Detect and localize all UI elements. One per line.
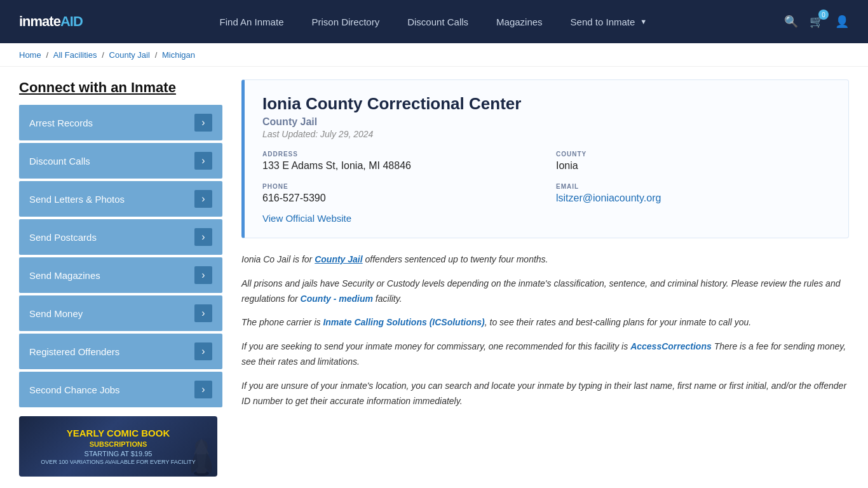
ad-banner[interactable]: YEARLY COMIC BOOK SUBSCRIPTIONS STARTING…: [19, 416, 217, 477]
phone-value: 616-527-5390: [262, 193, 537, 204]
chevron-right-icon: ›: [194, 381, 212, 398]
county-label: COUNTY: [556, 151, 831, 158]
facility-email-block: EMAIL lsitzer@ioniacounty.org: [556, 183, 831, 204]
facility-phone-block: PHONE 616-527-5390: [262, 183, 537, 204]
sidebar-item-registered-offenders[interactable]: Registered Offenders ›: [19, 334, 222, 369]
sidebar-item-label: Registered Offenders: [29, 346, 119, 357]
address-label: ADDRESS: [262, 151, 537, 158]
icsolutions-link[interactable]: Inmate Calling Solutions (ICSolutions): [323, 317, 484, 327]
county-jail-link[interactable]: County Jail: [315, 254, 362, 264]
sidebar-item-label: Send Money: [29, 308, 83, 319]
logo-area: inmateAID: [19, 13, 83, 30]
ad-note: OVER 100 VARIATIONS AVAILABLE FOR EVERY …: [41, 459, 196, 465]
sidebar-title: Connect with an Inmate: [19, 79, 222, 96]
access-corrections-link[interactable]: AccessCorrections: [630, 341, 712, 351]
header-icons: 🔍 🛒 0 👤: [784, 15, 849, 29]
breadcrumb-home[interactable]: Home: [19, 50, 41, 60]
breadcrumb: Home / All Facilities / County Jail / Mi…: [0, 43, 868, 67]
breadcrumb-all-facilities[interactable]: All Facilities: [53, 50, 97, 60]
sidebar-item-second-chance[interactable]: Second Chance Jobs ›: [19, 372, 222, 407]
search-icon: 🔍: [784, 15, 798, 28]
sidebar-item-send-magazines[interactable]: Send Magazines ›: [19, 257, 222, 293]
sidebar-item-arrest-records[interactable]: Arrest Records ›: [19, 105, 222, 140]
facility-county-block: COUNTY Ionia: [556, 151, 831, 172]
main-layout: Connect with an Inmate Arrest Records › …: [0, 67, 868, 488]
sidebar: Connect with an Inmate Arrest Records › …: [19, 79, 222, 477]
ad-title: YEARLY COMIC BOOK: [41, 428, 196, 439]
nav-find-inmate[interactable]: Find An Inmate: [206, 0, 298, 43]
ad-subtitle: SUBSCRIPTIONS: [41, 440, 196, 448]
chevron-right-icon: ›: [194, 114, 212, 132]
address-value: 133 E Adams St, Ionia, MI 48846: [262, 160, 537, 172]
sidebar-item-label: Discount Calls: [29, 156, 90, 166]
sidebar-item-send-postcards[interactable]: Send Postcards ›: [19, 219, 222, 255]
user-button[interactable]: 👤: [835, 15, 849, 29]
sidebar-item-discount-calls[interactable]: Discount Calls ›: [19, 143, 222, 179]
sidebar-item-send-money[interactable]: Send Money ›: [19, 295, 222, 331]
nav-discount-calls[interactable]: Discount Calls: [393, 0, 482, 43]
user-icon: 👤: [835, 15, 849, 28]
email-link[interactable]: lsitzer@ioniacounty.org: [556, 193, 661, 203]
facility-type: County Jail: [262, 116, 831, 128]
chevron-right-icon: ›: [194, 304, 212, 322]
sidebar-item-label: Second Chance Jobs: [29, 384, 120, 395]
chevron-right-icon: ›: [194, 228, 212, 246]
email-value: lsitzer@ioniacounty.org: [556, 193, 831, 204]
sidebar-item-send-letters[interactable]: Send Letters & Photos ›: [19, 181, 222, 217]
sidebar-item-label: Arrest Records: [29, 118, 93, 128]
facility-card: Ionia County Correctional Center County …: [241, 79, 849, 238]
desc-para1: Ionia Co Jail is for County Jail offende…: [241, 252, 849, 268]
sidebar-item-label: Send Magazines: [29, 270, 100, 281]
sidebar-item-label: Send Letters & Photos: [29, 194, 125, 205]
facility-updated: Last Updated: July 29, 2024: [262, 129, 831, 139]
desc-para3: The phone carrier is Inmate Calling Solu…: [241, 315, 849, 330]
chevron-right-icon: ›: [194, 266, 212, 284]
nav-send-to-inmate[interactable]: Send to Inmate ▼: [557, 0, 661, 43]
desc-para2: All prisons and jails have Security or C…: [241, 276, 849, 307]
facility-description: Ionia Co Jail is for County Jail offende…: [241, 252, 849, 409]
phone-label: PHONE: [262, 183, 537, 190]
breadcrumb-county-jail[interactable]: County Jail: [109, 50, 150, 60]
sidebar-menu: Arrest Records › Discount Calls › Send L…: [19, 105, 222, 407]
search-button[interactable]: 🔍: [784, 15, 798, 29]
facility-name: Ionia County Correctional Center: [262, 94, 831, 114]
county-medium-link[interactable]: County - medium: [301, 294, 373, 304]
chevron-down-icon: ▼: [640, 18, 647, 25]
chevron-right-icon: ›: [194, 190, 212, 208]
chevron-right-icon: ›: [194, 152, 212, 170]
desc-para5: If you are unsure of your inmate's locat…: [241, 379, 849, 409]
nav-magazines[interactable]: Magazines: [482, 0, 557, 43]
facility-address-block: ADDRESS 133 E Adams St, Ionia, MI 48846: [262, 151, 537, 172]
email-label: EMAIL: [556, 183, 831, 190]
logo: inmateAID: [19, 13, 83, 30]
county-value: Ionia: [556, 160, 831, 172]
site-header: inmateAID Find An Inmate Prison Director…: [0, 0, 868, 43]
cart-button[interactable]: 🛒 0: [810, 15, 824, 29]
nav-prison-directory[interactable]: Prison Directory: [297, 0, 393, 43]
ad-price: STARTING AT $19.95: [41, 450, 196, 458]
breadcrumb-michigan[interactable]: Michigan: [162, 50, 195, 60]
sidebar-item-label: Send Postcards: [29, 232, 97, 243]
cart-badge: 0: [818, 10, 829, 20]
main-nav: Find An Inmate Prison Directory Discount…: [206, 0, 661, 43]
content-area: Ionia County Correctional Center County …: [241, 79, 849, 477]
desc-para4: If you are seeking to send your inmate m…: [241, 339, 849, 370]
chevron-right-icon: ›: [194, 342, 212, 360]
facility-info-grid: ADDRESS 133 E Adams St, Ionia, MI 48846 …: [262, 151, 831, 204]
view-website-link[interactable]: View Official Website: [262, 213, 351, 224]
